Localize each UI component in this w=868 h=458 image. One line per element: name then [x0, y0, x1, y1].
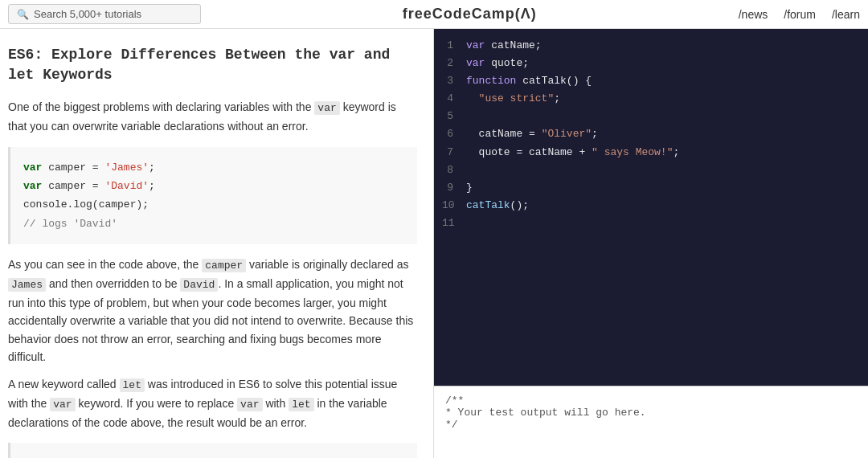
code-block-1: var camper = 'James'; var camper = 'Davi… — [8, 147, 417, 245]
editor-line-9: 9 } — [434, 179, 868, 197]
let-code-2: let — [289, 398, 313, 411]
nav-learn[interactable]: /learn — [832, 8, 860, 21]
camper-code: camper — [202, 259, 246, 272]
nav-news[interactable]: /news — [739, 8, 768, 21]
editor-line-2: 2 var quote; — [434, 55, 868, 72]
editor-line-5: 5 — [434, 108, 868, 125]
output-line-3: */ — [445, 419, 857, 431]
var-code-2: var — [50, 398, 75, 411]
code-line: let camper = 'James'; — [23, 454, 404, 458]
left-panel: ES6: Explore Differences Between the var… — [0, 29, 434, 458]
david-code: David — [180, 278, 218, 292]
let-code-1: let — [120, 378, 145, 392]
code-line: var camper = 'James'; — [23, 158, 404, 177]
nav-links: /news /forum /learn — [739, 8, 860, 21]
code-line: var camper = 'David'; — [23, 177, 404, 195]
lesson-title: ES6: Explore Differences Between the var… — [8, 45, 417, 85]
brand-logo: freeCodeCamp(Λ) — [201, 6, 739, 22]
editor-line-8: 8 — [434, 162, 868, 179]
var-code-3: var — [237, 398, 262, 411]
james-code: James — [8, 278, 46, 292]
editor-line-11: 11 — [434, 215, 868, 232]
output-line-2: * Your test output will go here. — [445, 407, 857, 419]
code-line: // logs 'David' — [23, 215, 404, 233]
para1-text: One of the biggest problems with declari… — [8, 100, 314, 113]
editor-content: 1 var catName; 2 var quote; 3 function c… — [434, 29, 868, 240]
search-placeholder: Search 5,000+ tutorials — [34, 8, 141, 20]
main-content: ES6: Explore Differences Between the var… — [0, 29, 868, 458]
code-block-2: let camper = 'James'; let camper = 'Davi… — [8, 443, 417, 458]
search-bar[interactable]: 🔍 Search 5,000+ tutorials — [8, 4, 201, 24]
top-nav: 🔍 Search 5,000+ tutorials freeCodeCamp(Λ… — [0, 0, 868, 29]
editor-line-7: 7 quote = catName + " says Meow!"; — [434, 144, 868, 162]
para2: As you can see in the code above, the ca… — [8, 256, 417, 366]
nav-forum[interactable]: /forum — [784, 8, 816, 21]
editor-line-10: 10 catTalk(); — [434, 197, 868, 215]
right-panel: 1 var catName; 2 var quote; 3 function c… — [434, 29, 868, 458]
editor-line-3: 3 function catTalk() { — [434, 72, 868, 90]
search-icon: 🔍 — [17, 9, 29, 20]
output-panel: /** * Your test output will go here. */ — [434, 386, 868, 458]
para3: A new keyword called let was introduced … — [8, 375, 417, 431]
output-line-1: /** — [445, 395, 857, 407]
para1: One of the biggest problems with declari… — [8, 98, 417, 135]
para1-var-code: var — [314, 101, 339, 115]
editor-line-6: 6 catName = "Oliver"; — [434, 125, 868, 143]
editor-line-4: 4 "use strict"; — [434, 90, 868, 108]
editor-line-1: 1 var catName; — [434, 37, 868, 55]
code-editor[interactable]: 1 var catName; 2 var quote; 3 function c… — [434, 29, 868, 386]
code-line: console.log(camper); — [23, 195, 404, 214]
